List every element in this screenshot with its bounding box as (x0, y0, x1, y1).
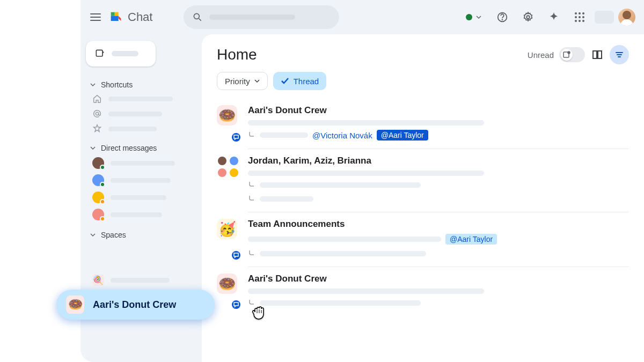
space-avatar-icon: 🍩 (217, 105, 237, 125)
dm-item[interactable] (86, 154, 199, 172)
app-logo-block[interactable]: Chat (108, 10, 152, 25)
org-badge (595, 11, 614, 24)
unread-label: Unread (528, 50, 554, 60)
account-avatar[interactable] (618, 9, 635, 26)
conversation-item[interactable]: 🍩Aari's Donut Crew (217, 267, 629, 316)
svg-rect-11 (616, 52, 623, 53)
conversation-list: 🍩Aari's Donut Crew@Victoria Novák@Aari T… (217, 99, 629, 316)
svg-rect-10 (598, 51, 602, 58)
shortcut-starred[interactable] (86, 121, 199, 136)
svg-rect-16 (234, 302, 238, 306)
dm-item[interactable] (86, 206, 199, 223)
home-icon (92, 94, 102, 104)
settings-button[interactable] (517, 6, 539, 28)
dm-item[interactable] (86, 189, 199, 206)
conversation-title: Aari's Donut Crew (248, 274, 629, 284)
apps-button[interactable] (569, 6, 590, 28)
svg-rect-9 (593, 51, 597, 58)
dm-avatar (92, 174, 104, 186)
thread-badge-icon (231, 250, 241, 261)
page-title: Home (217, 46, 257, 63)
compose-icon (94, 48, 105, 59)
shortcut-mentions[interactable] (86, 106, 199, 121)
menu-icon[interactable] (89, 11, 102, 24)
app-name: Chat (128, 10, 152, 24)
filter-icon (614, 49, 625, 60)
search-input[interactable] (184, 5, 339, 29)
svg-rect-5 (96, 50, 103, 56)
chip-priority[interactable]: Priority (217, 72, 268, 90)
body: Shortcuts Direct messages (80, 34, 644, 362)
help-icon (496, 11, 508, 23)
chip-thread[interactable]: Thread (273, 72, 327, 90)
section-dms[interactable]: Direct messages (86, 142, 199, 154)
dragged-space-label: Aari's Donut Crew (93, 299, 176, 311)
grab-cursor-icon (250, 302, 269, 322)
svg-line-1 (199, 19, 201, 21)
main-header: Home Unread (217, 45, 629, 64)
reply-arrow-icon (248, 180, 255, 190)
space-avatar-icon: 🥳 (217, 219, 237, 239)
conversation-title: Jordan, Karim, Aziz, Brianna (248, 156, 629, 166)
section-label: Direct messages (101, 144, 157, 152)
star-icon (92, 124, 102, 134)
conversation-item[interactable]: 🍩Aari's Donut Crew@Victoria Novák@Aari T… (217, 99, 629, 149)
svg-point-4 (526, 16, 530, 19)
shortcut-home[interactable] (86, 91, 199, 106)
mention-chip[interactable]: @Aari Taylor (445, 234, 497, 245)
group-avatar (217, 156, 239, 178)
caret-down-icon (90, 232, 96, 238)
caret-down-icon (254, 78, 260, 84)
svg-point-8 (568, 51, 570, 54)
section-label: Spaces (101, 231, 126, 239)
status-dropdown[interactable] (460, 11, 487, 24)
help-button[interactable] (492, 6, 513, 28)
dm-item[interactable] (86, 172, 199, 189)
search-placeholder (209, 14, 295, 20)
conversation-item[interactable]: Jordan, Karim, Aziz, Brianna (217, 149, 629, 212)
svg-rect-14 (234, 135, 238, 138)
chevron-down-icon (475, 14, 482, 20)
chip-label: Priority (225, 77, 250, 86)
new-chat-button[interactable] (86, 41, 156, 67)
at-icon (92, 109, 102, 119)
filter-chips: Priority Thread (217, 72, 629, 90)
space-avatar-icon: 🍭 (92, 274, 104, 286)
presence-dot-icon (466, 14, 472, 20)
reply-arrow-icon (248, 130, 255, 140)
caret-down-icon (90, 82, 96, 87)
chip-label: Thread (294, 77, 319, 86)
section-spaces[interactable]: Spaces (86, 228, 199, 241)
filter-button[interactable] (610, 45, 629, 64)
space-item[interactable]: 🍭 (86, 271, 199, 289)
dragged-space-pill[interactable]: 🍩 Aari's Donut Crew (56, 290, 215, 320)
sparkle-icon (548, 11, 560, 23)
unread-toggle[interactable]: Unread (528, 47, 585, 62)
svg-point-6 (96, 112, 98, 115)
dm-avatar (92, 209, 104, 220)
mention-link[interactable]: @Victoria Novák (312, 131, 372, 140)
section-shortcuts[interactable]: Shortcuts (86, 78, 199, 91)
mention-chip[interactable]: @Aari Taylor (377, 130, 428, 141)
conversation-title: Aari's Donut Crew (248, 105, 629, 116)
check-icon (281, 77, 289, 85)
reply-arrow-icon (248, 194, 255, 204)
gemini-button[interactable] (543, 6, 565, 28)
svg-rect-12 (617, 54, 622, 55)
dm-avatar (92, 157, 104, 169)
svg-rect-15 (234, 253, 238, 256)
gear-icon (522, 11, 534, 23)
split-view-icon[interactable] (591, 49, 603, 61)
space-avatar-icon: 🍩 (66, 295, 84, 314)
caret-down-icon (90, 145, 96, 151)
conversation-title: Team Announcements (248, 219, 629, 230)
section-label: Shortcuts (101, 80, 133, 89)
thread-badge-icon (231, 132, 241, 143)
conversation-item[interactable]: 🥳Team Announcements@Aari Taylor (217, 212, 629, 267)
svg-point-0 (194, 13, 200, 19)
toggle-switch[interactable] (559, 47, 585, 62)
app-window: Chat (80, 0, 644, 362)
svg-rect-13 (618, 56, 621, 57)
new-chat-label (112, 51, 138, 56)
reply-arrow-icon (248, 249, 255, 258)
